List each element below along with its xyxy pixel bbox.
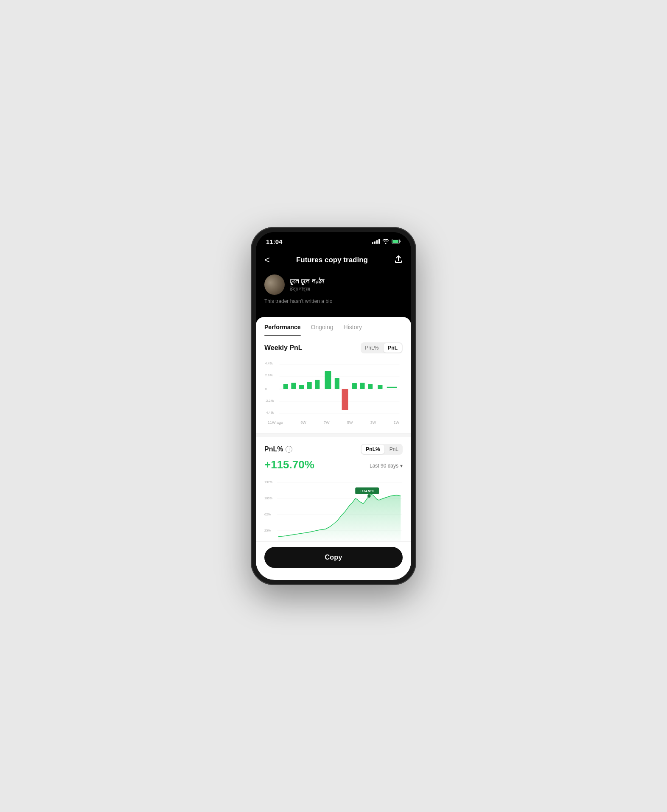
pnl-title: PnL% [264,445,283,453]
svg-rect-20 [352,383,357,389]
svg-text:100%: 100% [264,496,272,500]
period-row: +115.70% Last 90 days ▾ [264,458,403,473]
svg-rect-19 [342,389,348,410]
svg-text:137%: 137% [264,480,272,484]
status-icons [372,239,401,244]
phone-screen: 11:04 < Futures [256,232,411,580]
line-chart-container: 137% 100% 62% 25% [264,478,403,542]
x-label-7w: 7W [324,420,330,425]
tab-history[interactable]: History [344,324,362,336]
pnl-toggle-group-2: PnL% PnL [361,444,403,455]
back-button[interactable]: < [264,255,270,266]
signal-icon [372,239,380,244]
svg-text:62%: 62% [264,512,271,516]
weekly-pnl-section: Weekly PnL PnL% PnL 4.49k 2.24k 0 -2.24k… [256,336,411,434]
pnl-title-row: PnL% i [264,445,292,453]
svg-rect-14 [299,385,304,389]
bar-chart-svg: 4.49k 2.24k 0 -2.24k -4.49k [264,358,403,418]
svg-text:4.49k: 4.49k [265,361,273,365]
svg-text:-2.24k: -2.24k [265,399,274,403]
info-icon[interactable]: i [286,446,292,453]
svg-text:-4.49k: -4.49k [265,411,274,414]
pnl-percent-toggle-2[interactable]: PnL% [362,445,384,454]
main-content: Performance Ongoing History Weekly PnL P… [256,317,411,580]
svg-text:2.24k: 2.24k [265,373,273,377]
avatar [264,274,285,295]
chart-x-labels: 11W ago 9W 7W 5W 3W 1W [264,420,403,425]
share-button[interactable] [394,255,403,266]
period-selector[interactable]: Last 90 days ▾ [370,463,403,469]
svg-rect-13 [291,383,296,389]
phone-frame: 11:04 < Futures [251,227,416,585]
copy-button[interactable]: Copy [264,547,403,568]
x-label-11w: 11W ago [268,420,283,425]
wifi-icon [382,239,389,244]
bar-chart-container: 4.49k 2.24k 0 -2.24k -4.49k [264,358,403,426]
svg-rect-15 [307,382,312,389]
pnl-section: PnL% i PnL% PnL +115.70% Last 90 days ▾ [256,437,411,549]
pnl-value: +115.70% [264,458,314,471]
tab-performance[interactable]: Performance [264,324,301,336]
pnl-toggle[interactable]: PnL [384,343,402,353]
line-chart-svg: 137% 100% 62% 25% [264,478,403,542]
profile-section: ঢ়ুলে ঢ়ুলে লণ্ঠন চিত্র মাত্রয় This tra… [256,269,411,311]
tab-ongoing[interactable]: Ongoing [311,324,334,336]
svg-rect-21 [360,383,364,389]
profile-info: ঢ়ুলে ঢ়ুলে লণ্ঠন চিত্র মাত্রয় [290,277,325,292]
svg-rect-17 [325,371,331,389]
svg-text:0: 0 [265,387,267,391]
page-title: Futures copy trading [296,256,368,264]
tab-bar: Performance Ongoing History [256,317,411,336]
svg-point-34 [367,494,370,498]
x-label-9w: 9W [300,420,306,425]
svg-rect-22 [368,384,373,389]
svg-rect-23 [378,385,382,389]
x-label-3w: 3W [370,420,376,425]
home-indicator [306,574,361,577]
chart-header: Weekly PnL PnL% PnL [264,342,403,353]
profile-row: ঢ়ুলে ঢ়ুলে লণ্ঠন চিত্র মাত্রয় [264,274,403,295]
pnl-percent-toggle[interactable]: PnL% [361,342,383,353]
svg-rect-1 [392,240,398,243]
x-label-1w: 1W [393,420,399,425]
battery-icon [392,239,401,244]
svg-rect-18 [335,378,339,389]
profile-name: ঢ়ুলে ঢ়ুলে লণ্ঠন [290,277,325,285]
svg-text:25%: 25% [264,529,271,532]
status-time: 11:04 [266,238,282,245]
app-header: < Futures copy trading [256,251,411,269]
weekly-pnl-title: Weekly PnL [264,344,303,352]
notch [308,232,359,245]
pnl-section-header: PnL% i PnL% PnL [264,444,403,455]
profile-sub: চিত্র মাত্রয় [290,286,325,292]
svg-text:+124.50%: +124.50% [360,489,374,493]
x-label-5w: 5W [347,420,353,425]
svg-rect-16 [315,380,319,389]
pnl-toggle-group: PnL% PnL [361,342,403,353]
profile-bio: This trader hasn't written a bio [264,298,403,304]
svg-rect-12 [283,384,288,389]
pnl-toggle-2[interactable]: PnL [385,444,403,455]
